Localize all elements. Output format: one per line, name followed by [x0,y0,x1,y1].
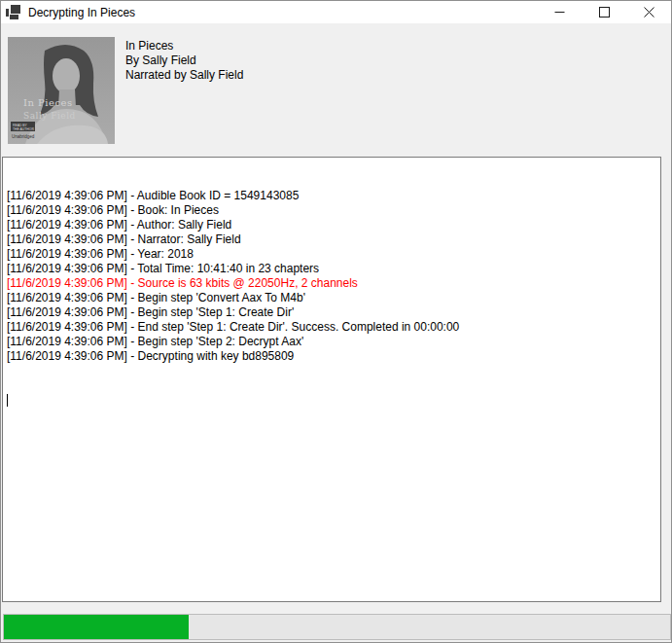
log-line: [11/6/2019 4:39:06 PM] - Source is 63 kb… [7,276,658,291]
cover-author: Sally Field [23,111,76,121]
progress-bar [3,614,671,640]
app-window: Decrypting In Pieces [0,0,672,643]
minimize-button[interactable] [537,1,582,23]
app-window-icon [6,5,20,19]
cover-edition: Unabridged [12,134,35,139]
log-line: [11/6/2019 4:39:06 PM] - Total Time: 10:… [7,262,658,276]
book-narrator: Narrated by Sally Field [125,68,243,83]
book-author: By Sally Field [125,54,243,68]
close-icon [644,7,654,18]
cover-badge-line2: THE AUTHOR [13,127,34,131]
log-line: [11/6/2019 4:39:06 PM] - Begin step 'Ste… [7,335,658,349]
log-line: [11/6/2019 4:39:06 PM] - End step 'Step … [7,320,658,335]
log-lines: [11/6/2019 4:39:06 PM] - Audible Book ID… [7,189,658,364]
text-caret [7,394,8,407]
log-line: [11/6/2019 4:39:06 PM] - Audible Book ID… [7,189,658,203]
cover-title: In Pieces [23,97,73,108]
log-textbox[interactable]: [11/6/2019 4:39:06 PM] - Audible Book ID… [2,157,661,602]
log-line: [11/6/2019 4:39:06 PM] - Author: Sally F… [7,218,658,232]
log-line: [11/6/2019 4:39:06 PM] - Book: In Pieces [7,203,658,218]
book-title: In Pieces [125,39,243,54]
log-line: [11/6/2019 4:39:06 PM] - Narrator: Sally… [7,232,658,247]
log-line: [11/6/2019 4:39:06 PM] - Begin step 'Con… [7,291,658,305]
maximize-icon [599,7,610,18]
log-line: [11/6/2019 4:39:06 PM] - Year: 2018 [7,247,658,262]
close-button[interactable] [626,1,671,23]
maximize-button[interactable] [582,1,626,23]
book-cover-image: In Pieces Sally Field READ BY THE AUTHOR… [8,37,115,144]
window-controls [537,1,671,23]
progress-fill [4,615,189,639]
minimize-icon [554,7,565,18]
log-line: [11/6/2019 4:39:06 PM] - Begin step 'Ste… [7,305,658,320]
window-title: Decrypting In Pieces [28,6,135,19]
book-info: In Pieces By Sally Field Narrated by Sal… [125,39,243,83]
log-line: [11/6/2019 4:39:06 PM] - Decrypting with… [7,349,658,364]
